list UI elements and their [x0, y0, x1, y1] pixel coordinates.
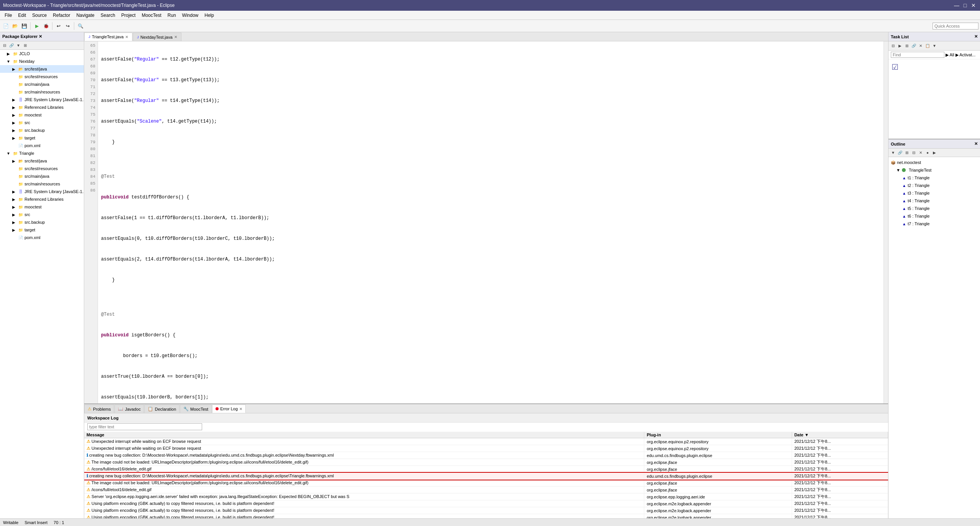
tab-nextdaytest[interactable]: J NextdayTest.java ✕ [133, 33, 181, 41]
tl-btn7[interactable]: ▼ [931, 43, 938, 49]
open-button[interactable]: 📂 [11, 22, 19, 30]
tree-item-nextday-pom[interactable]: 📄 pom.xml [0, 142, 84, 149]
tree-item-nextday-src-test-java[interactable]: ▶ 📂 src/test/java [0, 65, 84, 73]
menu-source[interactable]: Source [29, 12, 50, 19]
outline-btn2[interactable]: 🔗 [897, 150, 903, 156]
log-row-7[interactable]: ⚠ /icons/full/etool16/delete_edit.giforg… [84, 487, 888, 493]
log-row-2[interactable]: ℹ creating new bug collection: D:\Moocte… [84, 452, 888, 459]
menu-run[interactable]: Run [165, 12, 179, 19]
outline-item-t2[interactable]: ▲ t2 : Triangle [889, 182, 980, 189]
tl-btn3[interactable]: ⊞ [904, 43, 910, 49]
minimize-button[interactable]: — [953, 2, 960, 9]
tree-item-triangle-src-test-java[interactable]: ▶ 📂 src/test/java [0, 157, 84, 165]
tl-btn5[interactable]: ✕ [918, 43, 924, 49]
tree-item-nextday-src-backup[interactable]: ▶ 📁 src.backup [0, 126, 84, 134]
col-date[interactable]: Date ▼ [792, 432, 888, 438]
code-content[interactable]: 65 66 67 68 69 70 71 72 73 74 75 76 77 7… [84, 41, 888, 403]
outline-btn4[interactable]: ⊟ [911, 150, 917, 156]
tab-errorlog-close[interactable]: ✕ [239, 407, 242, 411]
tree-item-nextday-src[interactable]: ▶ 📁 src [0, 119, 84, 126]
menu-window[interactable]: Window [179, 12, 202, 19]
outline-close[interactable]: ✕ [974, 141, 978, 146]
tree-item-jclo[interactable]: ▶ 📁 JCLO [0, 50, 84, 57]
menu-search[interactable]: Search [98, 12, 118, 19]
tab-triangletest[interactable]: J TriangleTest.java ✕ [84, 33, 132, 41]
outline-btn6[interactable]: ● [924, 150, 931, 156]
outline-item-t5[interactable]: ▲ t5 : Triangle [889, 205, 980, 212]
menu-project[interactable]: Project [118, 12, 139, 19]
menu-help[interactable]: Help [201, 12, 217, 19]
menu-navigate[interactable]: Navigate [73, 12, 97, 19]
log-row-1[interactable]: ⚠ Unexpected interrupt while waiting on … [84, 445, 888, 452]
tab-errorlog[interactable]: Error Log ✕ [212, 405, 246, 413]
tree-item-nextday-mooctest[interactable]: ▶ 📁 mooctest [0, 111, 84, 119]
log-row-0[interactable]: ⚠ Unexpected interrupt while waiting on … [84, 438, 888, 445]
tab-close-nextday[interactable]: ✕ [174, 35, 177, 39]
tab-declaration[interactable]: 📋 Declaration [144, 405, 180, 413]
menu-mooctest[interactable]: MoocTest [139, 12, 164, 19]
tree-item-triangle-src-test-res[interactable]: 📁 src/test/resources [0, 165, 84, 172]
pe-link-btn[interactable]: 🔗 [8, 43, 15, 49]
filter-input[interactable] [87, 423, 202, 430]
tree-item-nextday-src-test-res[interactable]: 📁 src/test/resources [0, 73, 84, 80]
outline-btn3[interactable]: ⊞ [904, 150, 910, 156]
tab-close-triangle[interactable]: ✕ [125, 35, 128, 39]
outline-item-t7[interactable]: ▲ t7 : Triangle [889, 220, 980, 228]
tl-btn1[interactable]: ⊟ [890, 43, 896, 49]
debug-button[interactable]: 🐞 [42, 22, 50, 30]
run-button[interactable]: ▶ [33, 22, 41, 30]
undo-button[interactable]: ↩ [54, 22, 63, 30]
tl-btn4[interactable]: 🔗 [911, 43, 917, 49]
log-row-3[interactable]: ⚠ The image could not be loaded: URLImag… [84, 459, 888, 466]
outline-item-package[interactable]: 📦 net.mooctest [889, 159, 980, 166]
tree-item-nextday[interactable]: ▼ 📁 Nextday [0, 57, 84, 65]
menu-refactor[interactable]: Refactor [50, 12, 73, 19]
new-button[interactable]: 📄 [2, 22, 10, 30]
outline-btn5[interactable]: ✕ [918, 150, 924, 156]
tree-item-nextday-src-main-java[interactable]: 📁 src/main/java [0, 80, 84, 88]
log-row-10[interactable]: ⚠ Using platform encoding (GBK actually)… [84, 507, 888, 514]
tree-item-triangle[interactable]: ▼ 📁 Triangle [0, 149, 84, 157]
tree-item-triangle-ref-libs[interactable]: ▶ 📁 Referenced Libraries [0, 195, 84, 203]
tree-item-triangle-jre[interactable]: ▶ 🗄 JRE System Library [JavaSE-1. [0, 188, 84, 195]
outline-item-t1[interactable]: ▲ t1 : Triangle [889, 174, 980, 182]
tree-item-triangle-pom[interactable]: 📄 pom.xml [0, 234, 84, 241]
outline-btn1[interactable]: ▼ [890, 150, 896, 156]
col-plugin[interactable]: Plug-in [644, 432, 792, 438]
code-lines[interactable]: assertFalse("Regular" == t12.getType(t12… [98, 41, 884, 403]
menu-edit[interactable]: Edit [15, 12, 29, 19]
tree-item-triangle-src-backup[interactable]: ▶ 📁 src.backup [0, 218, 84, 226]
close-button[interactable]: ✕ [970, 2, 977, 9]
tree-item-nextday-target[interactable]: ▶ 📁 target [0, 134, 84, 142]
tab-javadoc[interactable]: 📖 Javadoc [114, 405, 144, 413]
tree-item-triangle-src-main-java[interactable]: 📁 src/main/java [0, 172, 84, 180]
tree-item-triangle-src-main-res[interactable]: 📁 src/main/resources [0, 180, 84, 188]
log-row-4[interactable]: ⚠ /icons/full/etool16/delete_edit.giforg… [84, 466, 888, 473]
outline-item-t3[interactable]: ▲ t3 : Triangle [889, 189, 980, 197]
save-button[interactable]: 💾 [20, 22, 28, 30]
tree-item-triangle-target[interactable]: ▶ 📁 target [0, 226, 84, 234]
tl-btn2[interactable]: ▶ [897, 43, 903, 49]
outline-item-t6[interactable]: ▲ t6 : Triangle [889, 212, 980, 220]
redo-button[interactable]: ↪ [64, 22, 72, 30]
log-row-9[interactable]: ⚠ Using platform encoding (GBK actually)… [84, 500, 888, 507]
outline-item-t4[interactable]: ▲ t4 : Triangle [889, 197, 980, 205]
editor-vertical-scrollbar[interactable] [884, 41, 888, 403]
tab-problems[interactable]: ⚠ Problems [84, 405, 114, 413]
log-row-5[interactable]: ℹ creating new bug collection: D:\Moocte… [84, 473, 888, 480]
pe-expand-btn[interactable]: ⊞ [22, 43, 28, 49]
tl-btn6[interactable]: 📋 [924, 43, 931, 49]
task-all-label[interactable]: ▶ All ▶ Activat... [946, 52, 975, 57]
tree-item-triangle-mooctest[interactable]: ▶ 📁 mooctest [0, 203, 84, 211]
quick-access-input[interactable] [933, 23, 978, 29]
task-find-input[interactable] [891, 52, 944, 58]
col-message[interactable]: Message [84, 432, 644, 438]
outline-btn7[interactable]: ▶ [931, 150, 938, 156]
tree-item-triangle-src[interactable]: ▶ 📁 src [0, 211, 84, 218]
menu-file[interactable]: File [2, 12, 15, 19]
log-row-8[interactable]: ⚠ Server 'org.eclipse.epp.logging.aeri.i… [84, 493, 888, 500]
tab-mooctest[interactable]: 🔧 MoocTest [180, 405, 212, 413]
maximize-button[interactable]: □ [962, 2, 969, 9]
tree-item-nextday-src-main-res[interactable]: 📁 src/main/resources [0, 88, 84, 96]
outline-item-class[interactable]: ▼ TriangleTest [889, 166, 980, 174]
